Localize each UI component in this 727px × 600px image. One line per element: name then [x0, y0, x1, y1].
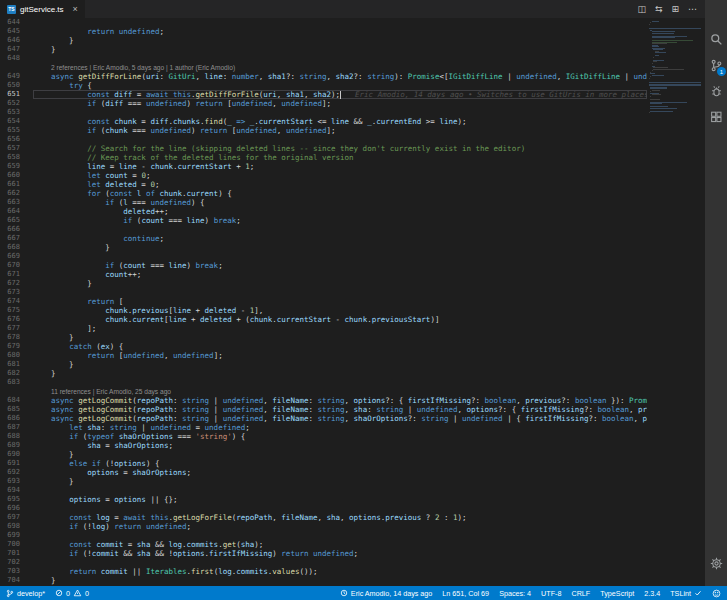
code-line[interactable]: 688 if (typeof shaOrOptions === 'string'…	[0, 432, 647, 441]
code-line[interactable]: 644	[0, 18, 647, 27]
code-line[interactable]: 672 }	[0, 279, 647, 288]
code-line[interactable]: 648	[0, 54, 647, 63]
code-line[interactable]: 654 const chunk = diff.chunks.find(_ => …	[0, 117, 647, 126]
extensions-icon[interactable]	[705, 104, 727, 130]
code-line[interactable]: 674 return [	[0, 297, 647, 306]
code-line[interactable]: 664 deleted++;	[0, 207, 647, 216]
feedback-smiley-icon[interactable]	[712, 589, 721, 598]
minimap-line	[647, 79, 703, 80]
code-line[interactable]: 671 count++;	[0, 270, 647, 279]
search-icon[interactable]	[705, 26, 727, 52]
code-line[interactable]: 662 for (const l of chunk.current) {	[0, 189, 647, 198]
code-line[interactable]: 666	[0, 225, 647, 234]
settings-gear-icon[interactable]	[705, 550, 727, 576]
line-number: 679	[0, 342, 20, 351]
encoding-indicator[interactable]: UTF-8	[541, 589, 561, 598]
code-line[interactable]: 656	[0, 135, 647, 144]
code-line[interactable]: 677 ];	[0, 324, 647, 333]
code-line[interactable]: 692 options = shaOrOptions;	[0, 468, 647, 477]
code-line[interactable]: 649 async getDiffForLine(uri: GitUri, li…	[0, 72, 647, 81]
split-editor-icon[interactable]: ◫	[637, 4, 646, 14]
ts-version-indicator[interactable]: 2.3.4	[644, 589, 660, 598]
code-line[interactable]: 690 }	[0, 450, 647, 459]
error-icon	[55, 589, 63, 597]
code-line[interactable]: 668 }	[0, 243, 647, 252]
code-line[interactable]: 701 if (!commit && sha && !options.first…	[0, 549, 647, 558]
code-line[interactable]: 660 let count = 0;	[0, 171, 647, 180]
code-line[interactable]: 647 }	[0, 45, 647, 54]
code-line[interactable]: 686 async getLogCommit(repoPath: string …	[0, 414, 647, 423]
cursor-position[interactable]: Ln 651, Col 69	[442, 589, 489, 598]
code-line[interactable]: 682 }	[0, 369, 647, 378]
code-line[interactable]: 697 const log = await this.getLogForFile…	[0, 513, 647, 522]
blame-status[interactable]: Eric Amodio, 14 days ago	[340, 589, 433, 598]
more-actions-icon[interactable]: ⋯	[688, 4, 697, 14]
code-line[interactable]: 659 line = line - chunk.currentStart + 1…	[0, 162, 647, 171]
line-number: 648	[0, 54, 20, 63]
code-line[interactable]: 645 return undefined;	[0, 27, 647, 36]
minimap[interactable]	[647, 19, 703, 586]
code-line[interactable]: 663 if (l === undefined) {	[0, 198, 647, 207]
code-line[interactable]: 669	[0, 252, 647, 261]
linter-indicator[interactable]: TSLint	[670, 589, 702, 598]
code-line[interactable]: 673	[0, 288, 647, 297]
line-number: 680	[0, 351, 20, 360]
code-line[interactable]: 683	[0, 378, 647, 387]
code-line[interactable]: 678 }	[0, 333, 647, 342]
line-number: 670	[0, 261, 20, 270]
code-line[interactable]: 679 catch (ex) {	[0, 342, 647, 351]
code-line[interactable]: 699	[0, 531, 647, 540]
code-line[interactable]: 681 }	[0, 360, 647, 369]
code-line[interactable]: 693 }	[0, 477, 647, 486]
code-line[interactable]: 689 sha = shaOrOptions;	[0, 441, 647, 450]
code-line[interactable]: 704 }	[0, 576, 647, 585]
code-line[interactable]: 700 const commit = sha && log.commits.ge…	[0, 540, 647, 549]
code-line[interactable]: 698 if (!log) return undefined;	[0, 522, 647, 531]
code-line[interactable]: 702	[0, 558, 647, 567]
indentation-indicator[interactable]: Spaces: 4	[499, 589, 531, 598]
code-line[interactable]: 694	[0, 486, 647, 495]
code-line[interactable]: 667 continue;	[0, 234, 647, 243]
code-line[interactable]: 655 if (chunk === undefined) return [und…	[0, 126, 647, 135]
tab-close-icon[interactable]: ×	[73, 5, 78, 14]
codelens-link[interactable]: 2 references | Eric Amodio, 5 days ago |…	[51, 64, 235, 71]
code-line[interactable]: 685 async getLogCommit(repoPath: string …	[0, 405, 647, 414]
language-indicator[interactable]: TypeScript	[600, 589, 634, 598]
code-line[interactable]: 661 let deleted = 0;	[0, 180, 647, 189]
line-number: 657	[0, 144, 20, 153]
code-line[interactable]: 691 else if (!options) {	[0, 459, 647, 468]
code-line[interactable]: 665 if (count === line) break;	[0, 216, 647, 225]
eol-indicator[interactable]: CRLF	[571, 589, 590, 598]
code-line[interactable]: 651 const diff = await this.getDiffForFi…	[0, 90, 647, 99]
code-line[interactable]: 670 if (count === line) break;	[0, 261, 647, 270]
minimap-line	[647, 25, 703, 26]
code-line[interactable]: 653	[0, 108, 647, 117]
line-number: 686	[0, 414, 20, 423]
debug-icon[interactable]	[705, 78, 727, 104]
code-line[interactable]: 684 async getLogCommit(repoPath: string …	[0, 396, 647, 405]
line-number: 692	[0, 468, 20, 477]
code-line[interactable]: 676 chunk.current[line + deleted + (chun…	[0, 315, 647, 324]
source-control-icon[interactable]: 1	[705, 52, 727, 78]
code-line[interactable]: 658 // Keep track of the deleted lines f…	[0, 153, 647, 162]
git-branch-indicator[interactable]: develop*	[6, 589, 45, 598]
open-changes-icon[interactable]: ⇆	[655, 4, 663, 14]
code-lines: 644645 return undefined;646 }647 }6482 r…	[0, 18, 647, 586]
problems-indicator[interactable]: 0 0	[55, 589, 89, 598]
codelens-link[interactable]: 11 references | Eric Amodio, 25 days ago	[51, 388, 171, 395]
code-line[interactable]: 646 }	[0, 36, 647, 45]
inline-blame-annotation: Eric Amodio, 14 days ago • Switches to u…	[355, 90, 647, 99]
code-line[interactable]: 680 return [undefined, undefined];	[0, 351, 647, 360]
code-line[interactable]: 650 try {	[0, 81, 647, 90]
code-line[interactable]: 652 if (diff === undefined) return [unde…	[0, 99, 647, 108]
tab-gitservice[interactable]: TS gitService.ts ×	[0, 0, 85, 18]
code-line[interactable]: 687 let sha: string | undefined = undefi…	[0, 423, 647, 432]
code-line[interactable]: 696	[0, 504, 647, 513]
line-number: 677	[0, 324, 20, 333]
code-line[interactable]: 657 // Search for the line (skipping del…	[0, 144, 647, 153]
layout-icon[interactable]: ⊞	[671, 4, 679, 14]
code-line[interactable]: 703 return commit || Iterables.first(log…	[0, 567, 647, 576]
code-line[interactable]: 675 chunk.previous[line + deleted - 1],	[0, 306, 647, 315]
code-line[interactable]: 695 options = options || {};	[0, 495, 647, 504]
line-number: 664	[0, 207, 20, 216]
